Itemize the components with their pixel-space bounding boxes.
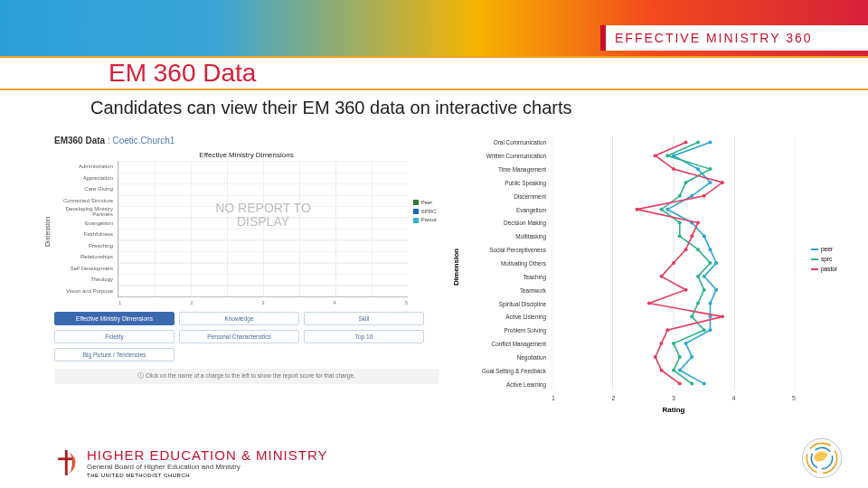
right-y-axis-label: Dimension xyxy=(452,249,460,286)
svg-point-12 xyxy=(703,234,706,238)
left-tab[interactable]: Big Picture / Tendencies xyxy=(54,348,175,361)
right-legend-item: peer xyxy=(811,244,837,254)
right-plot-area[interactable]: Oral CommunicationWritten CommunicationT… xyxy=(552,136,796,390)
left-tab[interactable]: Skill xyxy=(304,312,424,325)
svg-point-14 xyxy=(714,261,718,265)
left-hint: Click on the name of a charge to the lef… xyxy=(54,369,439,384)
right-y-category: Teaching xyxy=(454,273,546,279)
left-tab[interactable]: Knowledge xyxy=(179,312,299,325)
svg-point-57 xyxy=(665,328,669,332)
left-tab[interactable]: Fidelity xyxy=(54,330,175,343)
left-y-axis-label: Dimension xyxy=(44,217,51,247)
svg-point-59 xyxy=(654,355,657,359)
subtitle: Candidates can view their EM 360 data on… xyxy=(90,98,572,118)
right-y-category: Public Speaking xyxy=(454,179,546,185)
svg-point-48 xyxy=(636,208,639,211)
svg-point-23 xyxy=(703,382,706,386)
footer: HIGHER EDUCATION & MINISTRY General Boar… xyxy=(54,447,327,479)
left-header-context: Coetic.Church1 xyxy=(112,136,175,145)
svg-point-30 xyxy=(678,221,682,224)
no-report-text: NO REPORT TO DISPLAY xyxy=(191,202,335,230)
svg-rect-62 xyxy=(65,450,68,475)
left-y-category: Care Giving xyxy=(55,186,113,192)
right-legend-item: sprc xyxy=(811,254,837,264)
svg-point-16 xyxy=(714,288,718,292)
svg-point-58 xyxy=(660,342,664,345)
svg-point-38 xyxy=(703,328,706,332)
svg-point-28 xyxy=(678,194,682,198)
title-bar: EM 360 Data xyxy=(0,56,868,90)
svg-point-20 xyxy=(684,342,688,345)
right-y-category: Spiritual Discipline xyxy=(454,300,546,306)
left-chart-area[interactable]: AdministrationAppreciationCare GivingCon… xyxy=(118,161,408,297)
svg-point-15 xyxy=(703,275,706,278)
right-y-category: Time Management xyxy=(454,166,546,173)
left-chart-title: Effective Ministry Dimensions xyxy=(54,151,439,159)
globe-icon xyxy=(799,436,844,481)
left-x-tick: 2 xyxy=(190,300,193,305)
svg-point-31 xyxy=(678,234,682,238)
left-legend: PeerSPRCPastor xyxy=(413,199,437,225)
svg-point-10 xyxy=(665,208,669,211)
right-legend: peersprcpastor xyxy=(811,244,837,274)
svg-point-33 xyxy=(709,261,712,265)
left-y-category: Connected Structure xyxy=(55,198,113,203)
svg-point-41 xyxy=(672,369,675,372)
svg-point-9 xyxy=(690,194,693,198)
right-y-category: Oral Communication xyxy=(454,139,546,145)
svg-point-52 xyxy=(672,261,675,265)
org-block: HIGHER EDUCATION & MINISTRY General Boar… xyxy=(87,447,327,479)
left-y-category: Administration xyxy=(55,164,113,169)
svg-point-19 xyxy=(709,328,712,332)
svg-point-25 xyxy=(665,154,669,157)
right-x-ticks: 12345 xyxy=(552,395,796,401)
left-y-category: Faithfulness xyxy=(55,231,113,237)
svg-point-47 xyxy=(703,194,706,198)
right-y-category: Active Listening xyxy=(454,314,546,320)
svg-point-35 xyxy=(703,288,706,292)
left-tab[interactable]: Top 10 xyxy=(304,330,424,343)
left-header-prefix: EM360 Data xyxy=(54,136,105,145)
left-y-category: Evangelism xyxy=(55,221,113,226)
svg-point-17 xyxy=(709,302,712,305)
svg-point-56 xyxy=(721,314,724,318)
left-tab[interactable]: Effective Ministry Dimensions xyxy=(54,312,175,325)
right-y-category: Negotiation xyxy=(454,353,546,360)
left-legend-item: Peer xyxy=(413,199,437,208)
cross-flame-icon xyxy=(54,447,80,478)
right-y-category: Written Communication xyxy=(454,153,546,159)
left-y-category: Developing Ministry Partners xyxy=(55,206,113,217)
left-tab[interactable]: Personal Characteristics xyxy=(179,330,299,343)
svg-point-27 xyxy=(684,181,688,184)
page-title: EM 360 Data xyxy=(108,59,256,88)
left-legend-item: Pastor xyxy=(413,216,437,225)
svg-point-18 xyxy=(709,314,712,318)
right-chart-panel: Oral CommunicationWritten CommunicationT… xyxy=(452,136,841,407)
right-x-tick: 5 xyxy=(792,395,796,401)
right-y-category: Active Learning xyxy=(454,380,546,387)
svg-point-45 xyxy=(672,167,675,171)
svg-point-24 xyxy=(696,140,700,144)
right-x-tick: 1 xyxy=(552,395,555,401)
right-chart-svg xyxy=(552,136,796,390)
svg-point-36 xyxy=(696,302,700,305)
left-header: EM360 Data : Coetic.Church1 xyxy=(54,136,439,145)
left-x-ticks: 12345 xyxy=(118,300,408,305)
left-y-category: Appreciation xyxy=(55,175,113,181)
right-x-tick: 4 xyxy=(732,395,736,401)
right-x-tick: 2 xyxy=(612,395,616,401)
left-y-category: Vision and Purpose xyxy=(55,288,113,294)
svg-point-61 xyxy=(678,382,682,386)
right-x-axis-label: Rating xyxy=(663,406,685,414)
svg-point-42 xyxy=(690,382,693,386)
right-legend-item: pastor xyxy=(811,264,837,274)
right-y-category: Multitasking xyxy=(454,233,546,239)
right-y-category: Social Perceptiveness xyxy=(454,247,546,253)
right-y-category: Evangelism xyxy=(454,206,546,212)
right-y-category: Decision Making xyxy=(454,220,546,226)
right-y-category: Conflict Management xyxy=(454,341,546,347)
svg-point-53 xyxy=(660,275,664,278)
svg-point-51 xyxy=(684,248,688,251)
svg-point-29 xyxy=(660,208,664,211)
svg-point-43 xyxy=(684,140,688,144)
